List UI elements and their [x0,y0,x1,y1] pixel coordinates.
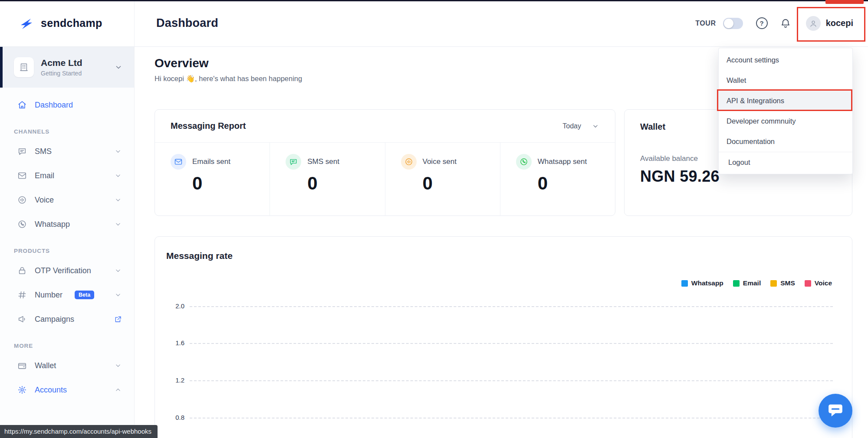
tour-label: TOUR [695,20,716,27]
logo-text: sendchamp [41,17,102,29]
stat-voice-sent: Voice sent 0 [385,143,500,216]
toggle-knob [724,19,733,28]
nav-label: Voice [35,196,54,205]
sidebar-item-wallet[interactable]: Wallet [0,353,134,378]
chart-legend: Whatsapp Email SMS Voice [681,279,832,287]
sms-chat-icon [286,154,301,170]
megaphone-icon [17,314,27,324]
nav-label: Accounts [35,386,67,395]
workspace-subtitle: Getting Started [41,70,82,77]
user-menu-trigger[interactable]: kocepi [806,16,853,31]
legend-swatch-whatsapp [681,280,688,287]
legend-label: Whatsapp [691,279,723,287]
stat-whatsapp-sent: Whatsapp sent 0 [500,143,615,216]
bell-icon[interactable] [780,18,791,29]
question-mark-glyph: ? [760,20,764,26]
topbar: Dashboard TOUR ? kocepi [135,0,868,47]
nav-label: Whatsapp [35,220,70,229]
y-axis-tick: 1.2 [158,376,184,384]
menu-item-wallet[interactable]: Wallet [719,70,852,91]
chevron-down-icon [592,122,599,130]
tour-toggle[interactable] [723,18,743,29]
gear-icon [17,385,27,395]
menu-item-account-settings[interactable]: Account settings [719,50,852,70]
workspace-switcher[interactable]: Acme Ltd Getting Started [0,47,134,88]
stat-label: SMS sent [307,157,339,166]
sms-chat-icon [17,147,27,156]
sendchamp-logo[interactable]: sendchamp [0,0,134,47]
sidebar-item-voice[interactable]: Voice [0,188,134,212]
chevron-down-icon [114,362,122,369]
window-top-edge [0,0,868,1]
help-icon[interactable]: ? [756,17,768,29]
beta-badge: Beta [75,291,94,299]
legend-label: SMS [780,279,795,287]
building-icon [14,57,34,77]
sendchamp-logo-icon [17,15,35,32]
legend-item-sms: SMS [770,279,795,287]
period-value: Today [562,122,581,130]
sidebar-nav: Dashboard CHANNELS SMS Email Voice Whats… [0,88,134,402]
user-dropdown-menu: Account settings Wallet API & Integratio… [718,48,853,174]
username: kocepi [826,18,853,28]
gridline [190,306,833,307]
sidebar-item-sms[interactable]: SMS [0,139,134,163]
chevron-down-icon [114,63,123,72]
sidebar-item-email[interactable]: Email [0,163,134,188]
menu-item-documentation[interactable]: Documentation [719,131,852,152]
overview-title: Overview [155,56,302,70]
sidebar-item-otp-verification[interactable]: OTP Verification [0,258,134,283]
sidebar-item-accounts[interactable]: Accounts [0,378,134,402]
chart-title: Messaging rate [166,251,233,261]
stat-label: Whatsapp sent [538,157,587,166]
y-axis-tick: 0.8 [158,414,184,421]
status-url-tooltip: https://my.sendchamp.com/accounts/api-we… [0,425,158,438]
avatar [806,16,821,31]
stat-value: 0 [307,173,385,194]
menu-item-logout[interactable]: Logout [719,152,852,172]
wallet-icon [17,361,27,370]
overview-header: Overview Hi kocepi 👋, here's what has be… [155,56,302,83]
whatsapp-icon [516,154,532,170]
stat-emails-sent: Emails sent 0 [155,143,270,216]
chat-widget-button[interactable] [819,394,852,428]
messaging-report-card: Messaging Report Today Emails sent 0 [155,109,615,216]
stat-value: 0 [192,173,270,194]
stat-sms-sent: SMS sent 0 [270,143,385,216]
workspace-name: Acme Ltd [41,58,82,68]
nav-label: Number [35,291,62,300]
menu-item-api-integrations[interactable]: API & Integrations [719,91,852,111]
sidebar-section-products: PRODUCTS [0,236,134,258]
chevron-down-icon [114,172,122,180]
legend-label: Voice [815,279,832,287]
stat-value: 0 [538,173,615,194]
nav-label: Wallet [35,361,56,370]
chevron-down-icon [114,291,122,299]
page-title: Dashboard [156,16,218,30]
sidebar-item-whatsapp[interactable]: Whatsapp [0,212,134,236]
sendchamp-dashboard-screen: sendchamp Acme Ltd Getting Started Dashb… [0,0,868,438]
sidebar-section-channels: CHANNELS [0,117,134,139]
chevron-down-icon [114,147,122,155]
sidebar-item-dashboard[interactable]: Dashboard [0,93,134,117]
hash-icon [17,290,27,300]
stat-value: 0 [423,173,500,194]
legend-item-whatsapp: Whatsapp [681,279,723,287]
sidebar-item-number[interactable]: Number Beta [0,283,134,307]
nav-label: SMS [35,147,52,156]
sidebar-item-campaigns[interactable]: Campaigns [0,307,134,331]
overview-greeting: Hi kocepi 👋, here's what has been happen… [155,75,302,83]
envelope-icon [17,171,27,180]
envelope-icon [171,154,186,170]
browser-record-chip [825,0,864,4]
gridline [190,343,833,344]
gridline [190,380,833,381]
period-dropdown[interactable]: Today [562,122,599,130]
sidebar: sendchamp Acme Ltd Getting Started Dashb… [0,0,135,438]
menu-item-developer-community[interactable]: Developer commnuity [719,111,852,131]
y-axis-tick: 2.0 [158,302,184,310]
sidebar-section-more: MORE [0,331,134,353]
gridline [190,418,833,418]
chevron-down-icon [114,220,122,228]
chevron-up-icon [114,386,122,394]
